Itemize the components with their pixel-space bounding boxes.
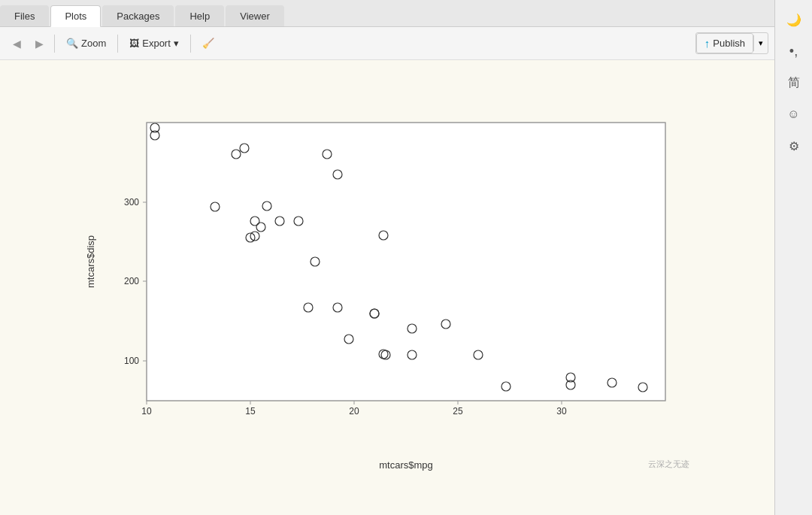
zoom-label: Zoom [81,38,106,49]
publish-button[interactable]: ↑ Publish [696,33,753,53]
tab-help[interactable]: Help [175,5,224,26]
publish-dropdown-button[interactable]: ▾ [753,35,768,51]
toolbar: ◀ ▶ 🔍 Zoom 🖼 Export ▾ 🧹 ↑ Publish ▾ [0,27,774,60]
x-tick-20: 20 [349,406,359,417]
x-tick-25: 25 [453,406,463,417]
clear-button[interactable]: 🧹 [195,34,221,53]
publish-icon: ↑ [704,37,710,50]
watermark: 云深之无迹 [648,459,689,470]
tab-bar: Files Plots Packages Help Viewer [0,0,774,27]
plot-area: mtcars$disp mtcars$mpg 100 200 300 [0,60,774,515]
x-tick-15: 15 [245,406,256,417]
right-sidebar: 🌙 •, 简 ☺ ⚙ [774,0,812,515]
separator-3 [190,35,191,53]
tab-plots[interactable]: Plots [50,5,101,27]
tab-viewer[interactable]: Viewer [226,5,284,26]
export-label: Export [142,38,171,49]
sidebar-chinese-simplified-icon[interactable]: 简 [780,69,807,96]
y-tick-200: 200 [124,276,139,286]
export-dropdown-icon[interactable]: ▾ [174,38,179,49]
sidebar-punctuation-icon[interactable]: •, [780,38,807,65]
separator-1 [54,35,55,53]
export-icon: 🖼 [129,38,139,49]
publish-group: ↑ Publish ▾ [695,32,768,54]
svg-rect-1 [147,123,665,401]
chart-container: mtcars$disp mtcars$mpg 100 200 300 [79,100,695,476]
tab-files[interactable]: Files [0,5,49,26]
x-tick-30: 30 [556,406,567,417]
back-button[interactable]: ◀ [6,33,27,54]
y-tick-100: 100 [124,356,139,366]
sidebar-emoji-icon[interactable]: ☺ [780,101,807,128]
zoom-icon: 🔍 [66,38,78,49]
separator-2 [117,35,118,53]
broom-icon: 🧹 [202,38,214,49]
scatter-plot: mtcars$disp mtcars$mpg 100 200 300 [79,100,695,476]
zoom-button[interactable]: 🔍 Zoom [59,34,113,53]
x-tick-10: 10 [141,406,152,417]
y-axis-label: mtcars$disp [85,235,96,287]
export-button[interactable]: 🖼 Export ▾ [123,34,186,53]
y-tick-300: 300 [124,197,139,208]
sidebar-settings-icon[interactable]: ⚙ [780,132,807,159]
tab-packages[interactable]: Packages [102,5,174,26]
publish-label: Publish [713,38,745,49]
sidebar-dark-mode-icon[interactable]: 🌙 [780,6,807,33]
x-axis-label: mtcars$mpg [379,459,433,471]
forward-button[interactable]: ▶ [29,33,50,54]
